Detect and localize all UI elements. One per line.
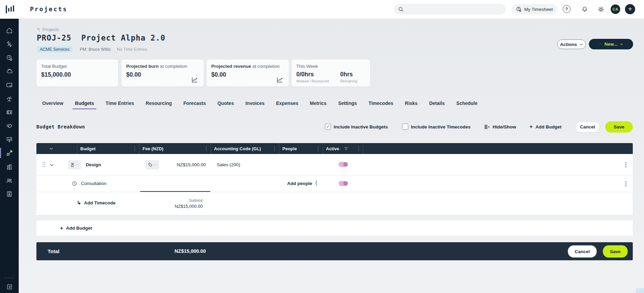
row-menu-icon[interactable]	[623, 180, 629, 187]
column-menu-icon[interactable]	[132, 145, 137, 152]
row-collapse-chevron-icon[interactable]	[49, 163, 54, 167]
breadcrumb-label: Projects	[43, 27, 59, 32]
tab-budgets[interactable]: Budgets	[74, 98, 95, 109]
sidebar-collapse-button[interactable]	[0, 280, 19, 293]
active-toggle[interactable]	[338, 181, 348, 186]
add-budget-toolbar-button[interactable]: Add Budget	[529, 121, 561, 133]
stat-card-this-week: This Week 0/0hrs Worked / Resourced 0hrs…	[292, 60, 370, 87]
cancel-button-bottom[interactable]: Cancel	[568, 245, 597, 258]
tab-details[interactable]: Details	[428, 98, 445, 109]
header-expand-column[interactable]	[36, 143, 77, 154]
include-inactive-budgets-control[interactable]: Include Inactive Budgets	[325, 121, 388, 133]
sidebar-item-expenses[interactable]	[0, 78, 19, 92]
line-chart-icon[interactable]	[276, 77, 283, 83]
table-body: Design NZ$15,000.00 Sales (200) Consulta…	[36, 154, 633, 215]
new-label: New...	[604, 42, 617, 47]
tab-overview[interactable]: Overview	[42, 98, 64, 109]
add-budget-button[interactable]: Add Budget	[60, 220, 92, 236]
add-people-button[interactable]: Add people	[287, 181, 312, 186]
tab-metrics[interactable]: Metrics	[309, 98, 327, 109]
app-logo[interactable]	[5, 4, 16, 14]
header-accounting-code[interactable]: Accounting Code (GL)	[211, 143, 279, 154]
tab-risks[interactable]: Risks	[404, 98, 418, 109]
column-menu-icon[interactable]	[272, 145, 277, 152]
column-menu-icon[interactable]	[356, 145, 361, 152]
tab-forecasts[interactable]: Forecasts	[183, 98, 207, 109]
header-budget[interactable]: Budget	[77, 143, 139, 154]
help-icon[interactable]	[563, 5, 571, 13]
search-input[interactable]	[404, 6, 505, 12]
cancel-button-top[interactable]: Cancel	[575, 121, 600, 133]
plus-icon	[60, 225, 63, 232]
budget-type-selector[interactable]	[68, 160, 81, 169]
row-menu-icon[interactable]	[623, 161, 629, 168]
settings-gear-icon[interactable]	[596, 5, 605, 14]
budget-row-design: Design NZ$15,000.00 Sales (200)	[36, 154, 633, 175]
header-active[interactable]: Active	[323, 143, 363, 154]
include-inactive-timecodes-label: Include Inactive Timecodes	[411, 124, 470, 129]
tab-timecodes[interactable]: Timecodes	[368, 98, 394, 109]
active-toggle[interactable]	[338, 162, 348, 167]
breadcrumb[interactable]: Projects	[36, 27, 59, 32]
corner-badge	[636, 288, 644, 293]
header-filler	[363, 143, 633, 154]
tab-schedule[interactable]: Schedule	[456, 98, 478, 109]
back-arrow-icon	[36, 27, 40, 32]
global-add-button[interactable]	[625, 4, 635, 14]
notifications-bell-icon[interactable]	[580, 5, 589, 14]
timecode-name: Consultation	[81, 181, 106, 186]
tab-settings[interactable]: Settings	[337, 98, 358, 109]
tab-resourcing[interactable]: Resourcing	[145, 98, 172, 109]
sidebar-item-reports[interactable]	[0, 133, 19, 146]
sidebar-item-home[interactable]	[0, 24, 19, 37]
budget-fee-value[interactable]: NZ$15,000.00	[162, 162, 206, 167]
sidebar-item-leave[interactable]	[0, 92, 19, 105]
sidebar-item-people[interactable]	[0, 173, 19, 187]
add-budget-label: Add Budget	[535, 124, 562, 129]
organizations-building-icon	[6, 163, 13, 170]
tab-invoices[interactable]: Invoices	[245, 98, 265, 109]
sidebar-item-resourcing[interactable]	[0, 37, 19, 51]
tab-expenses[interactable]: Expenses	[275, 98, 299, 109]
sidebar-item-forecasts[interactable]	[0, 64, 19, 78]
column-menu-icon[interactable]	[204, 145, 209, 152]
columns-icon	[484, 124, 490, 130]
main-content: Projects PROJ-25 Project Alpha 2.0 ACME …	[19, 18, 644, 293]
fee-type-selector[interactable]	[146, 160, 159, 169]
drag-handle-icon[interactable]	[43, 162, 44, 163]
search-bar[interactable]	[394, 4, 506, 14]
contacts-badge-icon	[6, 190, 13, 198]
section-title: Budget Breakdown	[36, 121, 85, 133]
include-inactive-budgets-checkbox[interactable]	[325, 124, 331, 130]
resourcing-icon	[6, 41, 13, 48]
tab-quotes[interactable]: Quotes	[217, 98, 234, 109]
filter-icon[interactable]	[344, 146, 348, 151]
fee-input[interactable]	[140, 177, 210, 192]
sidebar-divider	[4, 278, 14, 278]
sidebar-item-contacts[interactable]	[0, 187, 19, 201]
user-avatar[interactable]: CA	[611, 4, 620, 14]
new-button[interactable]: New...	[589, 39, 633, 49]
save-button-bottom[interactable]: Save	[603, 245, 628, 258]
sidebar-item-timesheets[interactable]	[0, 51, 19, 64]
header-fee[interactable]: Fee (NZD)	[139, 143, 211, 154]
column-menu-icon[interactable]	[316, 145, 321, 152]
tab-time-entries[interactable]: Time Entries	[105, 98, 135, 109]
line-chart-icon[interactable]	[191, 77, 198, 83]
save-button-top[interactable]: Save	[605, 121, 633, 133]
header-people[interactable]: People	[279, 143, 323, 154]
project-name: Project Alpha 2.0	[81, 33, 165, 42]
actions-button[interactable]: Actions	[557, 40, 586, 49]
accounting-code-value[interactable]: Sales (200)	[217, 162, 240, 167]
sidebar-item-clients[interactable]	[0, 119, 19, 133]
hide-show-button[interactable]: Hide/Show	[484, 121, 516, 133]
include-inactive-timecodes-checkbox[interactable]	[402, 124, 408, 130]
include-inactive-timecodes-control[interactable]: Include Inactive Timecodes	[402, 121, 470, 133]
project-meta-row: ACME Services PM: Bruce Willis No Time E…	[37, 46, 147, 52]
client-tag[interactable]: ACME Services	[37, 46, 72, 52]
sidebar-item-projects[interactable]	[0, 146, 19, 160]
sidebar-item-organizations[interactable]	[0, 160, 19, 173]
add-timecode-button[interactable]: Add Timecode	[84, 200, 116, 205]
sidebar-item-invoices[interactable]	[0, 105, 19, 119]
my-timesheet-button[interactable]: My Timesheet	[511, 4, 557, 14]
